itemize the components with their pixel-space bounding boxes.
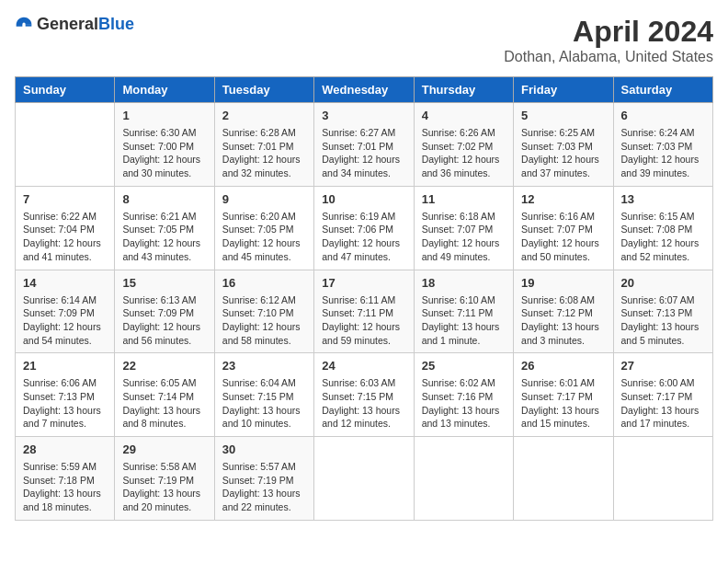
day-number: 2 bbox=[222, 109, 306, 122]
day-info: Sunrise: 6:22 AM Sunset: 7:04 PM Dayligh… bbox=[23, 210, 107, 264]
day-info: Sunrise: 6:28 AM Sunset: 7:01 PM Dayligh… bbox=[222, 126, 306, 180]
day-info: Sunrise: 6:26 AM Sunset: 7:02 PM Dayligh… bbox=[422, 126, 506, 180]
day-info: Sunrise: 6:13 AM Sunset: 7:09 PM Dayligh… bbox=[122, 293, 206, 348]
day-info: Sunrise: 6:03 AM Sunset: 7:15 PM Dayligh… bbox=[322, 376, 405, 431]
day-number: 22 bbox=[122, 359, 206, 373]
logo-icon bbox=[15, 16, 33, 34]
day-header-wednesday: Wednesday bbox=[314, 77, 414, 103]
week-row-5: 28 Sunrise: 5:59 AM Sunset: 7:18 PM Dayl… bbox=[16, 437, 713, 521]
calendar-table: SundayMondayTuesdayWednesdayThursdayFrid… bbox=[15, 76, 713, 521]
main-title: April 2024 bbox=[504, 15, 713, 49]
day-info: Sunrise: 6:02 AM Sunset: 7:16 PM Dayligh… bbox=[422, 376, 506, 431]
day-cell: 17 Sunrise: 6:11 AM Sunset: 7:11 PM Dayl… bbox=[314, 270, 414, 353]
day-cell: 24 Sunrise: 6:03 AM Sunset: 7:15 PM Dayl… bbox=[314, 353, 414, 437]
day-info: Sunrise: 6:01 AM Sunset: 7:17 PM Dayligh… bbox=[521, 376, 605, 431]
day-header-monday: Monday bbox=[115, 77, 214, 103]
day-info: Sunrise: 6:08 AM Sunset: 7:12 PM Dayligh… bbox=[521, 293, 605, 348]
day-cell: 16 Sunrise: 6:12 AM Sunset: 7:10 PM Dayl… bbox=[214, 270, 313, 353]
day-info: Sunrise: 6:07 AM Sunset: 7:13 PM Dayligh… bbox=[621, 293, 705, 348]
day-info: Sunrise: 6:16 AM Sunset: 7:07 PM Dayligh… bbox=[521, 210, 605, 264]
day-number: 21 bbox=[23, 359, 107, 373]
day-info: Sunrise: 6:30 AM Sunset: 7:00 PM Dayligh… bbox=[122, 126, 206, 180]
day-number: 25 bbox=[422, 359, 506, 373]
day-info: Sunrise: 6:18 AM Sunset: 7:07 PM Dayligh… bbox=[422, 210, 506, 264]
day-info: Sunrise: 6:21 AM Sunset: 7:05 PM Dayligh… bbox=[122, 210, 206, 264]
day-cell: 5 Sunrise: 6:25 AM Sunset: 7:03 PM Dayli… bbox=[514, 103, 613, 187]
day-info: Sunrise: 5:57 AM Sunset: 7:19 PM Dayligh… bbox=[222, 460, 306, 514]
day-cell: 14 Sunrise: 6:14 AM Sunset: 7:09 PM Dayl… bbox=[16, 270, 115, 353]
logo: GeneralBlue bbox=[15, 15, 134, 34]
day-cell: 25 Sunrise: 6:02 AM Sunset: 7:16 PM Dayl… bbox=[414, 353, 513, 437]
day-info: Sunrise: 6:05 AM Sunset: 7:14 PM Dayligh… bbox=[122, 376, 206, 431]
day-number: 4 bbox=[422, 109, 506, 122]
day-cell bbox=[314, 437, 414, 521]
day-cell: 27 Sunrise: 6:00 AM Sunset: 7:17 PM Dayl… bbox=[613, 353, 712, 437]
logo-general: General bbox=[37, 15, 98, 33]
day-header-sunday: Sunday bbox=[16, 77, 115, 103]
day-cell: 6 Sunrise: 6:24 AM Sunset: 7:03 PM Dayli… bbox=[613, 103, 712, 187]
day-info: Sunrise: 6:27 AM Sunset: 7:01 PM Dayligh… bbox=[322, 126, 405, 180]
day-number: 9 bbox=[222, 192, 306, 206]
logo-text: GeneralBlue bbox=[37, 15, 134, 34]
day-number: 12 bbox=[521, 192, 605, 206]
day-number: 24 bbox=[322, 359, 405, 373]
day-info: Sunrise: 6:10 AM Sunset: 7:11 PM Dayligh… bbox=[422, 293, 506, 348]
day-cell: 11 Sunrise: 6:18 AM Sunset: 7:07 PM Dayl… bbox=[414, 186, 513, 270]
day-cell: 15 Sunrise: 6:13 AM Sunset: 7:09 PM Dayl… bbox=[115, 270, 214, 353]
day-info: Sunrise: 6:24 AM Sunset: 7:03 PM Dayligh… bbox=[621, 126, 705, 180]
day-cell: 30 Sunrise: 5:57 AM Sunset: 7:19 PM Dayl… bbox=[214, 437, 313, 521]
day-cell: 20 Sunrise: 6:07 AM Sunset: 7:13 PM Dayl… bbox=[613, 270, 712, 353]
day-number: 28 bbox=[23, 442, 107, 456]
header-row: SundayMondayTuesdayWednesdayThursdayFrid… bbox=[16, 77, 713, 103]
day-header-tuesday: Tuesday bbox=[214, 77, 313, 103]
day-number: 18 bbox=[422, 276, 506, 290]
day-number: 6 bbox=[621, 109, 705, 122]
subtitle: Dothan, Alabama, United States bbox=[504, 49, 713, 65]
day-cell: 26 Sunrise: 6:01 AM Sunset: 7:17 PM Dayl… bbox=[514, 353, 613, 437]
day-cell: 21 Sunrise: 6:06 AM Sunset: 7:13 PM Dayl… bbox=[16, 353, 115, 437]
day-number: 15 bbox=[122, 276, 206, 290]
day-number: 1 bbox=[122, 109, 206, 122]
day-number: 29 bbox=[122, 442, 206, 456]
day-number: 5 bbox=[521, 109, 605, 122]
week-row-4: 21 Sunrise: 6:06 AM Sunset: 7:13 PM Dayl… bbox=[16, 353, 713, 437]
day-info: Sunrise: 5:59 AM Sunset: 7:18 PM Dayligh… bbox=[23, 460, 107, 514]
day-number: 3 bbox=[322, 109, 405, 122]
day-number: 26 bbox=[521, 359, 605, 373]
day-info: Sunrise: 6:04 AM Sunset: 7:15 PM Dayligh… bbox=[222, 376, 306, 431]
day-number: 19 bbox=[521, 276, 605, 290]
day-header-thursday: Thursday bbox=[414, 77, 513, 103]
day-info: Sunrise: 6:06 AM Sunset: 7:13 PM Dayligh… bbox=[23, 376, 107, 431]
week-row-2: 7 Sunrise: 6:22 AM Sunset: 7:04 PM Dayli… bbox=[16, 186, 713, 270]
day-cell: 1 Sunrise: 6:30 AM Sunset: 7:00 PM Dayli… bbox=[115, 103, 214, 187]
day-number: 30 bbox=[222, 442, 306, 456]
day-number: 23 bbox=[222, 359, 306, 373]
day-info: Sunrise: 6:15 AM Sunset: 7:08 PM Dayligh… bbox=[621, 210, 705, 264]
week-row-3: 14 Sunrise: 6:14 AM Sunset: 7:09 PM Dayl… bbox=[16, 270, 713, 353]
day-cell: 8 Sunrise: 6:21 AM Sunset: 7:05 PM Dayli… bbox=[115, 186, 214, 270]
day-cell: 19 Sunrise: 6:08 AM Sunset: 7:12 PM Dayl… bbox=[514, 270, 613, 353]
day-cell: 7 Sunrise: 6:22 AM Sunset: 7:04 PM Dayli… bbox=[16, 186, 115, 270]
day-info: Sunrise: 5:58 AM Sunset: 7:19 PM Dayligh… bbox=[122, 460, 206, 514]
title-area: April 2024 Dothan, Alabama, United State… bbox=[504, 15, 713, 65]
day-cell bbox=[414, 437, 513, 521]
day-info: Sunrise: 6:20 AM Sunset: 7:05 PM Dayligh… bbox=[222, 210, 306, 264]
day-cell: 28 Sunrise: 5:59 AM Sunset: 7:18 PM Dayl… bbox=[16, 437, 115, 521]
day-cell: 4 Sunrise: 6:26 AM Sunset: 7:02 PM Dayli… bbox=[414, 103, 513, 187]
day-cell bbox=[16, 103, 115, 187]
day-cell: 2 Sunrise: 6:28 AM Sunset: 7:01 PM Dayli… bbox=[214, 103, 313, 187]
day-cell: 23 Sunrise: 6:04 AM Sunset: 7:15 PM Dayl… bbox=[214, 353, 313, 437]
day-info: Sunrise: 6:25 AM Sunset: 7:03 PM Dayligh… bbox=[521, 126, 605, 180]
day-cell: 13 Sunrise: 6:15 AM Sunset: 7:08 PM Dayl… bbox=[613, 186, 712, 270]
week-row-1: 1 Sunrise: 6:30 AM Sunset: 7:00 PM Dayli… bbox=[16, 103, 713, 187]
day-number: 7 bbox=[23, 192, 107, 206]
day-number: 13 bbox=[621, 192, 705, 206]
day-info: Sunrise: 6:00 AM Sunset: 7:17 PM Dayligh… bbox=[621, 376, 705, 431]
header: GeneralBlue April 2024 Dothan, Alabama, … bbox=[15, 15, 713, 65]
day-cell: 12 Sunrise: 6:16 AM Sunset: 7:07 PM Dayl… bbox=[514, 186, 613, 270]
day-info: Sunrise: 6:19 AM Sunset: 7:06 PM Dayligh… bbox=[322, 210, 405, 264]
day-number: 8 bbox=[122, 192, 206, 206]
day-cell: 3 Sunrise: 6:27 AM Sunset: 7:01 PM Dayli… bbox=[314, 103, 414, 187]
day-number: 27 bbox=[621, 359, 705, 373]
day-info: Sunrise: 6:11 AM Sunset: 7:11 PM Dayligh… bbox=[322, 293, 405, 348]
